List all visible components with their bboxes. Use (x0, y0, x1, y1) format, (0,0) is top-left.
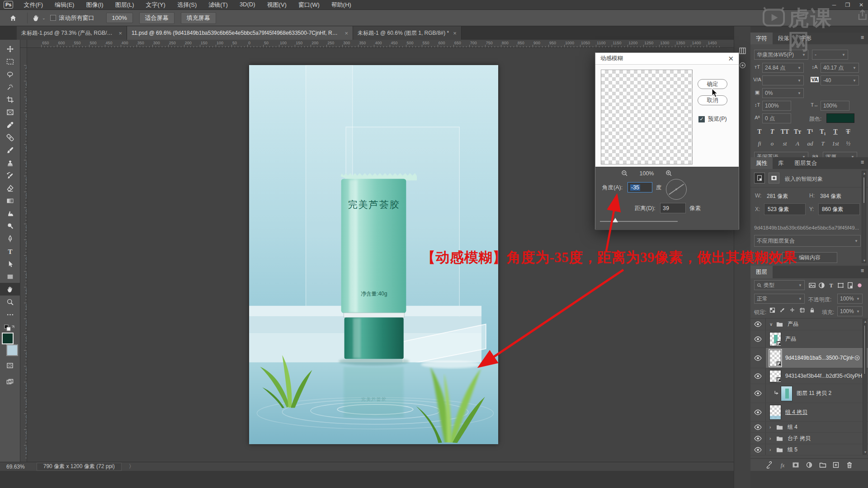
visibility-eye-icon[interactable] (750, 384, 766, 403)
lock-transparent-icon[interactable] (769, 307, 775, 315)
edit-toolbar[interactable] (1, 308, 19, 321)
layer-row-1[interactable]: ∨产品 (750, 319, 868, 330)
brush-tool[interactable] (1, 144, 19, 156)
visibility-eye-icon[interactable] (750, 348, 766, 368)
adjustment-filter-icon[interactable] (817, 281, 826, 290)
chevron-down-icon[interactable]: ⌄ (42, 16, 46, 20)
subscript-button[interactable]: T₁ (816, 128, 829, 136)
tab-libraries[interactable]: 库 (773, 157, 789, 169)
group-expand-icon[interactable]: ∨ (769, 322, 776, 327)
quick-mask-icon[interactable] (1, 359, 19, 372)
menu-1[interactable]: 文件(F) (18, 1, 49, 9)
document-tab-2[interactable]: 11.psd @ 69.6% (9d41849b1ba539c6b65e4e5b… (127, 26, 353, 40)
clone-stamp-tool[interactable] (1, 156, 19, 169)
horizontal-scale-input[interactable]: 100% (821, 101, 849, 111)
home-icon[interactable] (5, 11, 22, 25)
horizontal-ruler[interactable]: 6506005505004504003503002502001501005005… (27, 40, 734, 48)
lock-artboard-icon[interactable] (799, 307, 805, 315)
tab-layer-comps[interactable]: 图层复合 (789, 157, 823, 169)
layer-name[interactable]: 组 5 (788, 446, 797, 454)
dialog-title-bar[interactable]: 动感模糊 ✕ (595, 53, 739, 65)
menu-2[interactable]: 编辑(E) (49, 1, 80, 9)
ligatures-button[interactable]: fi (753, 140, 766, 147)
status-chevron-icon[interactable]: 〉 (129, 463, 134, 470)
layer-name[interactable]: 图层 11 拷贝 2 (797, 389, 831, 397)
image-filter-icon[interactable] (807, 281, 817, 290)
layer-name[interactable]: 台子 拷贝 (788, 435, 811, 442)
lock-position-icon[interactable] (789, 307, 795, 315)
dialog-close-icon[interactable]: ✕ (728, 55, 734, 63)
lasso-tool[interactable] (1, 68, 19, 80)
proportional-spacing-select[interactable]: 0%▼ (762, 88, 804, 98)
lock-all-icon[interactable] (809, 307, 815, 315)
ok-button[interactable]: 确定 (698, 79, 727, 89)
tab-properties[interactable]: 属性 (750, 157, 773, 169)
layer-mask-icon[interactable] (792, 461, 799, 469)
menu-8[interactable]: 3D(D) (234, 1, 261, 9)
foreground-color-swatch[interactable] (2, 333, 14, 344)
spot-healing-brush-tool[interactable] (1, 131, 19, 144)
distance-input[interactable]: 39 (660, 203, 686, 213)
group-expand-icon[interactable]: › (769, 425, 776, 430)
leading-select[interactable]: 40.17 点▼ (821, 63, 859, 73)
panel-menu-icon[interactable]: ≡ (857, 266, 868, 278)
document-tab-3[interactable]: 未标题-1 @ 60.6% (图层 1, RGB/8#) *× (353, 26, 462, 40)
superscript-button[interactable]: T¹ (804, 128, 816, 136)
pen-tool[interactable] (1, 232, 19, 245)
layer-row-3[interactable]: 9d41849b1ba5...3500-7CjnHf∨ (750, 348, 868, 368)
new-layer-icon[interactable] (832, 461, 840, 469)
smart-object-icon[interactable] (754, 173, 765, 183)
fill-screen-button[interactable]: 填充屏幕 (181, 12, 216, 24)
layers-scrollbar[interactable]: ▲▼ (863, 319, 867, 455)
hand-tool[interactable] (0, 283, 20, 296)
tracking-select[interactable]: -40▼ (821, 75, 859, 85)
frame-tool[interactable] (1, 106, 19, 118)
zoom-tool[interactable] (1, 296, 19, 308)
y-value-input[interactable]: 860 像素 (818, 203, 860, 215)
tab-layers[interactable]: 图层 (750, 266, 773, 278)
visibility-eye-icon[interactable] (750, 444, 766, 455)
layer-search-select[interactable]: 类型▼ (754, 280, 805, 290)
discretionary-ligatures-button[interactable]: ad (804, 140, 816, 147)
layer-thumbnail[interactable] (769, 332, 781, 346)
menu-10[interactable]: 窗口(W) (292, 1, 326, 9)
tab-close-icon[interactable]: × (344, 30, 348, 37)
text-color-swatch[interactable] (826, 113, 854, 123)
layer-row-4[interactable]: 943143ef3b44f...b2df35-rGtyPH (750, 368, 868, 384)
menu-3[interactable]: 图像(I) (80, 1, 109, 9)
shape-filter-icon[interactable] (836, 281, 845, 290)
visibility-eye-icon[interactable] (750, 422, 766, 432)
stylistic-alternates-button[interactable]: A (791, 140, 804, 147)
layer-comp-select[interactable]: 不应用图层复合▼ (754, 235, 861, 247)
layer-row-7[interactable]: ›组 4 (750, 422, 868, 433)
opacity-select[interactable]: 100%▼ (837, 294, 863, 304)
quick-selection-tool[interactable] (1, 80, 19, 93)
x-value-input[interactable]: 523 像素 (764, 203, 806, 215)
zoom-percentage[interactable]: 69.63% (6, 464, 25, 470)
strikethrough-button[interactable]: Ŧ (842, 128, 854, 136)
contextual-alternates-button[interactable]: st (778, 140, 791, 147)
layer-row-8[interactable]: ›台子 拷贝 (750, 433, 868, 444)
eraser-tool[interactable] (1, 182, 19, 194)
crop-tool[interactable] (1, 93, 19, 106)
hand-tool-icon[interactable] (32, 14, 40, 22)
small-caps-button[interactable]: Tᴛ (791, 128, 804, 136)
fill-select[interactable]: 100%▼ (837, 306, 863, 316)
blur-preview-area[interactable] (601, 70, 693, 164)
smart-object-filter-icon[interactable] (845, 281, 855, 290)
delete-layer-icon[interactable] (846, 461, 853, 469)
filter-dot-icon[interactable] (855, 281, 864, 290)
document-tab-1[interactable]: 未标题-1.psd @ 73.3% (产品, RGB/8#) *× (17, 26, 127, 40)
layer-thumbnail[interactable] (781, 386, 793, 401)
eyedropper-tool[interactable] (1, 118, 19, 131)
screen-mode-icon[interactable] (1, 375, 19, 389)
angle-input[interactable]: -35 (627, 182, 652, 192)
layer-name[interactable]: 组 4 (788, 423, 797, 431)
tab-close-icon[interactable]: × (453, 30, 457, 37)
layer-thumbnail[interactable] (769, 350, 781, 366)
visibility-eye-icon[interactable] (750, 330, 766, 347)
group-expand-icon[interactable]: › (769, 436, 776, 441)
menu-6[interactable]: 选择(S) (171, 1, 203, 9)
properties-scrollbar[interactable]: ▲▼ (862, 171, 866, 263)
layer-thumbnail[interactable] (769, 370, 781, 382)
